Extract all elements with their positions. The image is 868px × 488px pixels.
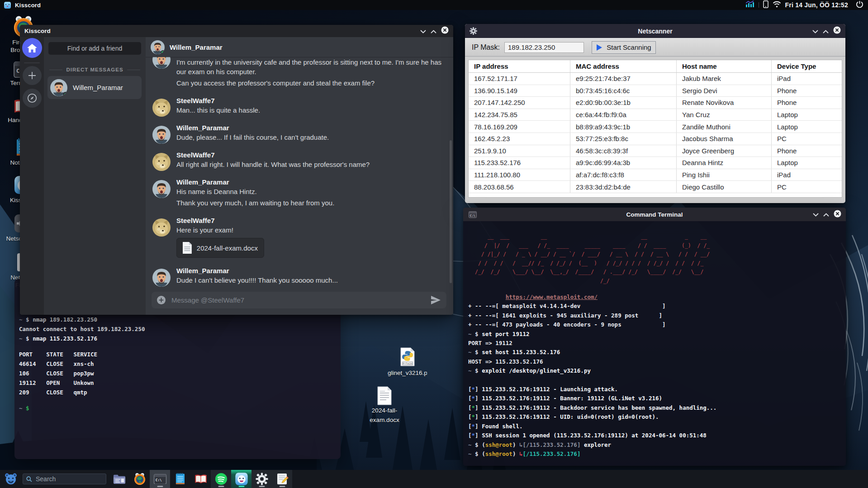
- column-header[interactable]: Device Type: [772, 60, 842, 72]
- table-row[interactable]: 142.234.75.85ce:6a:44:fb:f9:0aYan CruzLa…: [469, 109, 842, 121]
- online-status-dot: [161, 50, 165, 54]
- phone-icon[interactable]: [763, 0, 768, 10]
- minimize-icon[interactable]: [813, 210, 819, 218]
- avatar: [152, 57, 171, 69]
- add-server-button[interactable]: [23, 66, 42, 85]
- table-cell: Phone: [772, 97, 842, 109]
- message-author[interactable]: SteelWaffe7: [176, 96, 445, 105]
- activity-chart-icon[interactable]: [745, 0, 754, 9]
- play-icon: [596, 44, 602, 51]
- message-author[interactable]: Willem_Paramar: [176, 177, 445, 187]
- message-author[interactable]: Willem_Paramar: [176, 266, 445, 275]
- kisscord-titlebar[interactable]: Kisscord: [20, 25, 453, 37]
- power-icon[interactable]: [856, 0, 863, 10]
- close-icon[interactable]: [833, 26, 841, 36]
- dm-list-item[interactable]: Willem_Paramar: [47, 76, 142, 99]
- taskbar: Search C:\: [0, 470, 868, 488]
- chat-scrollbar[interactable]: [450, 140, 452, 283]
- terminal-titlebar[interactable]: C:\ Command Terminal: [463, 208, 846, 221]
- message-input[interactable]: Message @SteelWaffe7: [152, 292, 446, 308]
- close-icon[interactable]: [441, 26, 449, 36]
- running-indicator: [259, 486, 265, 487]
- taskbar-app-gear[interactable]: [251, 470, 272, 488]
- taskbar-app-kisscord[interactable]: [231, 470, 251, 488]
- ip-mask-input[interactable]: 189.182.23.250: [504, 42, 584, 53]
- terminal-line: 19112 OPEN Unkown: [19, 378, 145, 388]
- maximize-icon[interactable]: [823, 27, 829, 35]
- chat-header: Willem_Paramar: [146, 37, 453, 57]
- chat-message: SteelWaffe7Man... this is quite a hassle…: [146, 96, 449, 115]
- table-header-row: IP addressMAC addressHost nameDevice Typ…: [469, 60, 842, 73]
- clock[interactable]: Fri 14 Jun, ÖÖ 12:52: [785, 1, 848, 9]
- avatar: [152, 126, 171, 144]
- send-icon[interactable]: [431, 296, 441, 304]
- desktop-icon-docx[interactable]: 2024-fall-exam.docx: [361, 386, 408, 424]
- table-cell: 115.233.52.176: [469, 157, 570, 169]
- table-row[interactable]: 162.45.2.2353:77:25:e3:fb:8cJacobus Shar…: [469, 133, 842, 145]
- column-header[interactable]: Host name: [677, 60, 772, 72]
- running-indicator: [279, 486, 285, 487]
- table-row[interactable]: 167.52.171.17e9:25:21:74:be:37Jakub Mare…: [469, 73, 842, 85]
- table-row[interactable]: 207.147.142.250e2:d0:9b:00:3e:1bRenate N…: [469, 97, 842, 109]
- table-row[interactable]: 115.233.52.176a9:9c:d6:99:4a:3bDeanna Hi…: [469, 157, 842, 169]
- message-text: All right all right. I will handle it. W…: [176, 160, 445, 169]
- table-cell: 46:58:3c:c8:39:3f: [570, 145, 677, 157]
- desktop-icon-python[interactable]: PYTHON glinet_v3216.py: [384, 347, 431, 377]
- taskbar-app-firefox[interactable]: [129, 470, 150, 488]
- running-indicator: [238, 486, 244, 487]
- taskbar-search[interactable]: Search: [23, 474, 106, 484]
- taskbar-app-book[interactable]: [190, 470, 211, 488]
- column-header[interactable]: IP address: [469, 60, 570, 72]
- taskbar-app-folder[interactable]: [109, 470, 129, 488]
- table-row[interactable]: 78.16.169.209b8:89:a9:43:9c:1bZandile Mu…: [469, 121, 842, 133]
- explore-button[interactable]: [23, 89, 42, 108]
- attachment-filename[interactable]: 2024-fall-exam.docx: [197, 244, 258, 252]
- nmap-terminal-output: ~ $ nmap 189.182.23.250Cannot connect to…: [19, 315, 145, 413]
- taskbar-app-spotify[interactable]: [211, 470, 231, 488]
- netscanner-titlebar[interactable]: Netscanner: [465, 24, 845, 38]
- taskbar-app-editor[interactable]: [272, 470, 292, 488]
- message-author[interactable]: Willem_Paramar: [176, 123, 445, 133]
- avatar: [152, 153, 171, 171]
- terminal-line: Cannot connect to host 189.182.23.250: [19, 324, 145, 334]
- terminal-line: ~ $ (ssh@root) ↳[/115.233.52.176]: [468, 450, 716, 459]
- table-row[interactable]: 251.9.9.1046:58:3c:c8:39:3fJoyce Greenbe…: [469, 145, 842, 157]
- table-row[interactable]: 111.218.100.80af:a7:dc:f8:c3:f8Ping Ishi…: [469, 169, 842, 181]
- table-cell: b8:89:a9:43:9c:1b: [570, 121, 677, 133]
- home-button[interactable]: [22, 38, 42, 58]
- chat-message: I'm currently in the university cafe and…: [146, 57, 449, 88]
- start-scanning-button[interactable]: Start Scanning: [592, 41, 656, 54]
- minimize-icon[interactable]: [812, 27, 818, 35]
- table-row[interactable]: 88.203.68.5623:83:3d:d2:b4:deDiego Casti…: [469, 181, 842, 193]
- start-menu-icon[interactable]: [4, 472, 18, 486]
- minimize-icon[interactable]: [420, 27, 426, 35]
- find-friend-search[interactable]: Find or add a friend: [48, 42, 141, 55]
- svg-text:PYTHON: PYTHON: [403, 362, 413, 365]
- desktop-icon-label: glinet_v3216.py: [388, 370, 427, 377]
- message-text: Thank you very much, I am waiting to hea…: [176, 198, 445, 208]
- taskbar-app-notepad[interactable]: [170, 470, 190, 488]
- wifi-icon[interactable]: [773, 1, 781, 9]
- maximize-icon[interactable]: [823, 210, 829, 218]
- kisscord-chat-panel: Willem_Paramar I'm currently in the univ…: [146, 37, 453, 315]
- message-author[interactable]: SteelWaffe7: [176, 216, 445, 225]
- terminal-blank-line: [19, 343, 145, 350]
- file-attachment[interactable]: 2024-fall-exam.docx: [176, 238, 264, 258]
- table-row[interactable]: 136.90.15.149b0:73:45:16:c4:6cSergio Dev…: [469, 85, 842, 97]
- terminal-line: PORT => 19112: [468, 339, 716, 348]
- maximize-icon[interactable]: [431, 27, 436, 35]
- attach-plus-icon[interactable]: [157, 295, 166, 305]
- column-header[interactable]: MAC address: [570, 60, 677, 72]
- terminal-line: [*] 115.233.52.176:19112 - UID: uid=0(ro…: [468, 412, 716, 422]
- table-cell: a9:9c:d6:99:4a:3b: [570, 157, 677, 169]
- message-list[interactable]: I'm currently in the university cafe and…: [146, 57, 449, 289]
- message-author[interactable]: SteelWaffe7: [176, 150, 445, 160]
- avatar: [152, 99, 171, 117]
- topbar-separator: [759, 2, 759, 8]
- taskbar-app-terminal[interactable]: C:\: [150, 470, 170, 488]
- close-icon[interactable]: [834, 210, 841, 219]
- table-cell: 88.203.68.56: [469, 181, 570, 193]
- table-cell: Jacobus Sharma: [677, 133, 772, 145]
- dm-user-name: Willem_Paramar: [73, 84, 123, 91]
- terminal-body[interactable]: __ ___ __ __ _ __ / |/ / ___ / /_ ____ _…: [463, 221, 846, 466]
